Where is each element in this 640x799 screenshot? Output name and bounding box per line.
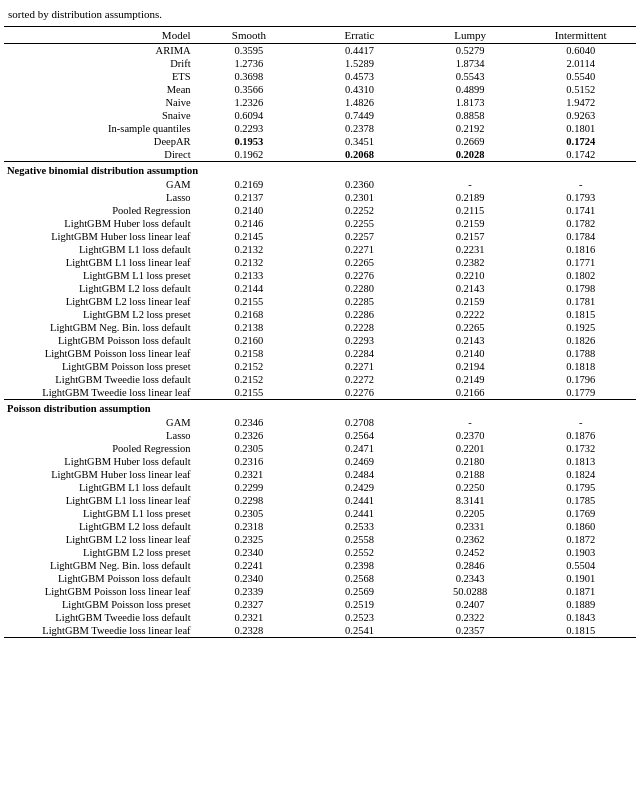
cell-erratic: 0.4573	[304, 70, 415, 83]
cell-model: Snaive	[4, 109, 194, 122]
table-row: LightGBM L2 loss default0.21440.22800.21…	[4, 282, 636, 295]
cell-smooth: 0.2340	[194, 572, 305, 585]
cell-model: LightGBM Huber loss linear leaf	[4, 230, 194, 243]
table-row: LightGBM L1 loss linear leaf0.22980.2441…	[4, 494, 636, 507]
cell-intermittent: 0.1872	[525, 533, 636, 546]
cell-smooth: 0.2152	[194, 360, 305, 373]
cell-model: Naive	[4, 96, 194, 109]
cell-smooth: 0.2241	[194, 559, 305, 572]
cell-model: LightGBM L1 loss default	[4, 481, 194, 494]
cell-smooth: 0.2168	[194, 308, 305, 321]
cell-erratic: 0.2429	[304, 481, 415, 494]
table-row: LightGBM Huber loss default0.21460.22550…	[4, 217, 636, 230]
cell-model: LightGBM L2 loss default	[4, 520, 194, 533]
cell-erratic: 0.2228	[304, 321, 415, 334]
cell-lumpy: 0.2143	[415, 334, 526, 347]
cell-smooth: 0.2340	[194, 546, 305, 559]
cell-intermittent: 0.9263	[525, 109, 636, 122]
cell-model: LightGBM L1 loss preset	[4, 269, 194, 282]
cell-smooth: 0.2160	[194, 334, 305, 347]
cell-smooth: 0.2152	[194, 373, 305, 386]
cell-intermittent: 0.1876	[525, 429, 636, 442]
table-row: LightGBM L1 loss linear leaf0.21320.2265…	[4, 256, 636, 269]
cell-lumpy: 0.2322	[415, 611, 526, 624]
table-row: Pooled Regression0.21400.22520.21150.174…	[4, 204, 636, 217]
cell-intermittent: 0.1779	[525, 386, 636, 400]
cell-lumpy: 0.2357	[415, 624, 526, 638]
table-header-row: Model Smooth Erratic Lumpy Intermittent	[4, 27, 636, 44]
cell-smooth: 0.6094	[194, 109, 305, 122]
table-row: ETS0.36980.45730.55430.5540	[4, 70, 636, 83]
cell-intermittent: -	[525, 416, 636, 429]
cell-lumpy: 0.2140	[415, 347, 526, 360]
section-header-row: Poisson distribution assumption	[4, 400, 636, 417]
table-row: GAM0.23460.2708--	[4, 416, 636, 429]
cell-intermittent: 0.1798	[525, 282, 636, 295]
table-row: LightGBM Poisson loss default0.23400.256…	[4, 572, 636, 585]
cell-smooth: 0.3595	[194, 44, 305, 58]
cell-model: LightGBM Tweedie loss linear leaf	[4, 624, 194, 638]
table-row: LightGBM L2 loss linear leaf0.23250.2558…	[4, 533, 636, 546]
cell-intermittent: 0.1813	[525, 455, 636, 468]
cell-intermittent: 0.1816	[525, 243, 636, 256]
cell-model: ARIMA	[4, 44, 194, 58]
cell-lumpy: 50.0288	[415, 585, 526, 598]
cell-intermittent: 2.0114	[525, 57, 636, 70]
cell-model: LightGBM Poisson loss preset	[4, 598, 194, 611]
cell-intermittent: 0.1824	[525, 468, 636, 481]
cell-lumpy: 0.2180	[415, 455, 526, 468]
cell-model: LightGBM Poisson loss linear leaf	[4, 585, 194, 598]
cell-erratic: 0.2255	[304, 217, 415, 230]
cell-erratic: 0.2360	[304, 178, 415, 191]
table-row: LightGBM Huber loss default0.23160.24690…	[4, 455, 636, 468]
table-row: LightGBM L2 loss preset0.23400.25520.245…	[4, 546, 636, 559]
cell-lumpy: 0.2159	[415, 295, 526, 308]
col-intermittent: Intermittent	[525, 27, 636, 44]
table-row: LightGBM Tweedie loss linear leaf0.21550…	[4, 386, 636, 400]
cell-lumpy: 0.8858	[415, 109, 526, 122]
cell-intermittent: 0.1925	[525, 321, 636, 334]
cell-intermittent: 0.1843	[525, 611, 636, 624]
cell-smooth: 0.2158	[194, 347, 305, 360]
table-row: LightGBM L2 loss linear leaf0.21550.2285…	[4, 295, 636, 308]
cell-model: LightGBM L2 loss default	[4, 282, 194, 295]
cell-erratic: 0.2252	[304, 204, 415, 217]
cell-smooth: 0.2328	[194, 624, 305, 638]
table-row: Pooled Regression0.23050.24710.22010.173…	[4, 442, 636, 455]
cell-model: LightGBM Tweedie loss linear leaf	[4, 386, 194, 400]
table-row: Direct0.19620.20680.20280.1742	[4, 148, 636, 162]
col-smooth: Smooth	[194, 27, 305, 44]
cell-smooth: 0.2305	[194, 507, 305, 520]
table-row: LightGBM L1 loss preset0.23050.24410.220…	[4, 507, 636, 520]
table-row: Lasso0.21370.23010.21890.1793	[4, 191, 636, 204]
cell-smooth: 0.1962	[194, 148, 305, 162]
cell-erratic: 0.2068	[304, 148, 415, 162]
cell-lumpy: 0.2846	[415, 559, 526, 572]
cell-intermittent: 1.9472	[525, 96, 636, 109]
cell-erratic: 0.2301	[304, 191, 415, 204]
cell-lumpy: 0.2205	[415, 507, 526, 520]
table-row: LightGBM Neg. Bin. loss default0.21380.2…	[4, 321, 636, 334]
cell-model: GAM	[4, 178, 194, 191]
cell-lumpy: 0.5543	[415, 70, 526, 83]
cell-erratic: 0.2280	[304, 282, 415, 295]
cell-model: LightGBM Huber loss default	[4, 455, 194, 468]
table-row: LightGBM Huber loss linear leaf0.21450.2…	[4, 230, 636, 243]
cell-smooth: 0.2293	[194, 122, 305, 135]
cell-erratic: 0.2552	[304, 546, 415, 559]
cell-lumpy: 0.2115	[415, 204, 526, 217]
cell-smooth: 0.2326	[194, 429, 305, 442]
cell-model: Drift	[4, 57, 194, 70]
cell-smooth: 0.2145	[194, 230, 305, 243]
table-row: LightGBM L2 loss preset0.21680.22860.222…	[4, 308, 636, 321]
cell-erratic: 0.2441	[304, 494, 415, 507]
cell-model: Pooled Regression	[4, 442, 194, 455]
cell-model: In-sample quantiles	[4, 122, 194, 135]
cell-model: Mean	[4, 83, 194, 96]
cell-intermittent: 0.1796	[525, 373, 636, 386]
cell-erratic: 0.2441	[304, 507, 415, 520]
table-row: Lasso0.23260.25640.23700.1876	[4, 429, 636, 442]
cell-intermittent: 0.1732	[525, 442, 636, 455]
cell-intermittent: 0.1795	[525, 481, 636, 494]
cell-lumpy: 0.2028	[415, 148, 526, 162]
